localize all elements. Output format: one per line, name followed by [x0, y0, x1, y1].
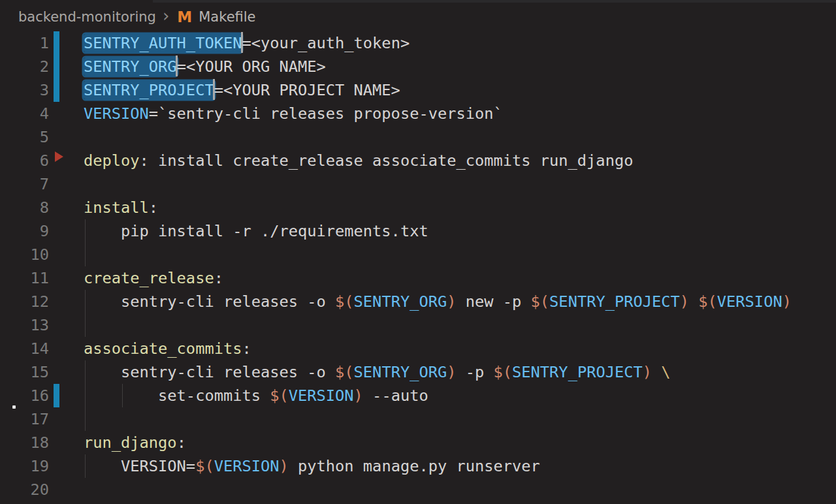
line-number[interactable]: 7: [0, 172, 49, 196]
line-number[interactable]: 19: [0, 454, 49, 478]
indent-guide: [85, 360, 86, 384]
code-line[interactable]: 15 sentry-cli releases -o $(SENTRY_ORG) …: [0, 360, 836, 384]
code-token: -p: [456, 363, 493, 381]
gutter-decorations: [49, 454, 84, 478]
line-number[interactable]: 2: [0, 55, 49, 78]
code-token: ): [782, 292, 792, 311]
gutter-decorations: [49, 55, 84, 78]
gutter-decorations: [49, 360, 84, 384]
indent-guide: [85, 407, 86, 431]
gutter-decorations: [49, 407, 84, 431]
code-text: SENTRY_PROJECT=<YOUR PROJECT NAME>: [84, 78, 400, 102]
code-token: :: [149, 198, 158, 217]
line-number[interactable]: 10: [0, 243, 49, 266]
code-text: sentry-cli releases -o $(SENTRY_ORG) new…: [84, 290, 792, 313]
code-line[interactable]: 6deploy: install create_release associat…: [0, 149, 836, 172]
code-token: SENTRY_PROJECT: [549, 292, 680, 311]
code-token: run_django: [84, 433, 177, 452]
code-line[interactable]: 9 pip install -r ./requirements.txt: [0, 219, 836, 243]
line-number[interactable]: 13: [0, 313, 49, 337]
line-number[interactable]: 18: [0, 431, 49, 454]
line-number[interactable]: 16: [0, 384, 49, 407]
gutter-decorations: [49, 149, 84, 172]
code-token: :: [177, 433, 186, 452]
line-number[interactable]: 15: [0, 360, 49, 384]
code-area: 1SENTRY_AUTH_TOKEN=<your_auth_token>2SEN…: [0, 31, 836, 501]
line-number[interactable]: 11: [0, 266, 49, 290]
line-number[interactable]: 5: [0, 125, 49, 149]
code-line[interactable]: 20: [0, 478, 836, 501]
line-number[interactable]: 9: [0, 219, 49, 243]
code-token: ): [680, 292, 689, 311]
code-line[interactable]: 1SENTRY_AUTH_TOKEN=<your_auth_token>: [0, 31, 836, 55]
code-token: :: [214, 269, 223, 287]
indent-guide: [85, 219, 86, 243]
code-token: ): [447, 292, 456, 311]
line-number[interactable]: 12: [0, 290, 49, 313]
code-token: create_release: [84, 269, 214, 287]
code-token: \: [661, 363, 670, 381]
line-number[interactable]: 17: [0, 407, 49, 431]
code-token: associate_commits: [84, 339, 242, 358]
code-line[interactable]: 5: [0, 125, 836, 149]
code-line[interactable]: 8install:: [0, 196, 836, 219]
line-number[interactable]: 8: [0, 196, 49, 219]
gutter-decorations: [49, 219, 84, 243]
code-token: : install create_release associate_commi…: [140, 151, 634, 170]
code-token: [652, 363, 661, 381]
gutter-decorations: [49, 78, 84, 102]
selected-token: SENTRY_AUTH_TOKEN: [84, 34, 242, 52]
code-line[interactable]: 11create_release:: [0, 266, 836, 290]
code-line[interactable]: 2SENTRY_ORG=<YOUR ORG NAME>: [0, 55, 836, 78]
indent-guide: [85, 290, 86, 313]
gutter-decorations: [49, 172, 84, 196]
line-number[interactable]: 6: [0, 149, 49, 172]
line-number[interactable]: 20: [0, 478, 49, 501]
code-token: :: [242, 339, 251, 358]
code-text: associate_commits:: [84, 337, 251, 360]
code-token: =`sentry-cli releases propose-version`: [149, 104, 503, 123]
code-token: VERSION: [289, 386, 354, 405]
breadcrumb-file[interactable]: Makefile: [199, 9, 255, 25]
line-number[interactable]: 1: [0, 31, 49, 55]
indent-guide: [85, 454, 86, 478]
code-line[interactable]: 16 set-commits $(VERSION) --auto: [0, 384, 836, 407]
breadcrumb: backend-monitoring › M Makefile: [0, 3, 836, 31]
code-line[interactable]: 14associate_commits:: [0, 337, 836, 360]
code-token: --auto: [363, 386, 428, 405]
code-text: VERSION=`sentry-cli releases propose-ver…: [84, 102, 503, 125]
code-line[interactable]: 7: [0, 172, 836, 196]
gutter-decorations: [49, 125, 84, 149]
code-token: VERSION=: [84, 457, 195, 475]
code-token: python manage.py runserver: [289, 457, 540, 475]
line-number[interactable]: 4: [0, 102, 49, 125]
code-text: VERSION=$(VERSION) python manage.py runs…: [84, 454, 540, 478]
code-token: $(: [531, 292, 550, 311]
code-editor[interactable]: 1SENTRY_AUTH_TOKEN=<your_auth_token>2SEN…: [0, 31, 836, 504]
line-number[interactable]: 14: [0, 337, 49, 360]
code-token: install: [84, 198, 149, 217]
breadcrumb-project[interactable]: backend-monitoring: [18, 9, 156, 25]
line-number[interactable]: 3: [0, 78, 49, 102]
code-line[interactable]: 17: [0, 407, 836, 431]
code-text: SENTRY_AUTH_TOKEN=<your_auth_token>: [84, 31, 410, 55]
makefile-icon: M: [177, 8, 192, 25]
code-line[interactable]: 10: [0, 243, 836, 266]
code-line[interactable]: 12 sentry-cli releases -o $(SENTRY_ORG) …: [0, 290, 836, 313]
code-token: ): [643, 363, 652, 381]
code-token: pip install -r ./requirements.txt: [84, 222, 428, 240]
code-text: pip install -r ./requirements.txt: [84, 219, 428, 243]
code-line[interactable]: 3SENTRY_PROJECT=<YOUR PROJECT NAME>: [0, 78, 836, 102]
code-token: new -p: [456, 292, 530, 311]
gutter-decorations: [49, 196, 84, 219]
indent-guide: [122, 384, 123, 407]
code-token: set-commits: [84, 386, 270, 405]
code-token: $(: [195, 457, 214, 475]
code-line[interactable]: 4VERSION=`sentry-cli releases propose-ve…: [0, 102, 836, 125]
code-line[interactable]: 19 VERSION=$(VERSION) python manage.py r…: [0, 454, 836, 478]
code-line[interactable]: 13: [0, 313, 836, 337]
gutter-decorations: [49, 290, 84, 313]
modified-line-indicator: [54, 31, 59, 55]
modified-line-indicator: [54, 384, 59, 407]
code-line[interactable]: 18run_django:: [0, 431, 836, 454]
